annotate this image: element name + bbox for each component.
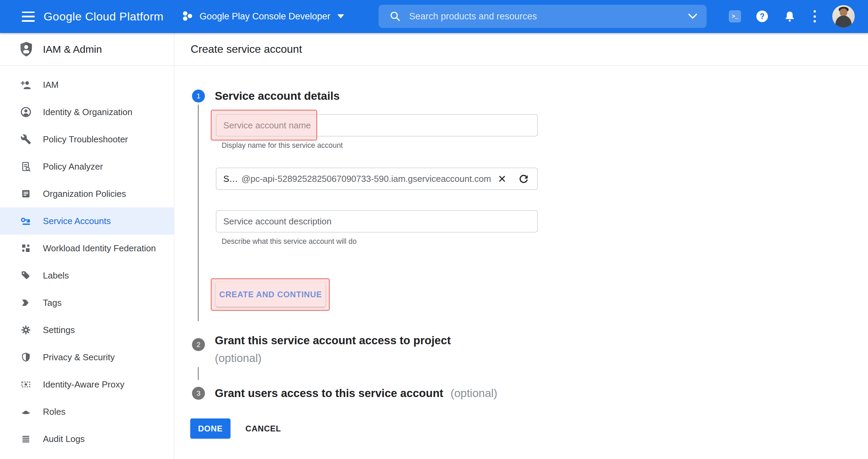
sidebar-item-label: Privacy & Security	[43, 352, 115, 363]
project-caret-icon	[337, 14, 344, 20]
step-1-title: Service account details	[215, 87, 340, 105]
service-account-id-suffix: @pc-api-5289252825067090733-590.iam.gser…	[241, 174, 491, 184]
logo-text: Google Cloud Platform	[44, 10, 163, 23]
sidebar-item-organization-policies[interactable]: Organization Policies	[0, 180, 174, 207]
step-2-title-text: Grant this service account access to pro…	[215, 332, 451, 349]
step-1-badge: 1	[192, 90, 205, 102]
menu-icon[interactable]	[22, 12, 35, 22]
sidebar-item-label: IAM	[43, 80, 59, 90]
sidebar-item-label: Settings	[43, 325, 75, 335]
step-3-title-text: Grant users access to this service accou…	[215, 387, 443, 399]
step-3-optional-text: (optional)	[450, 387, 497, 399]
service-account-description-input[interactable]	[216, 210, 538, 233]
sidebar-item-label: Tags	[43, 298, 62, 308]
step-3-badge: 3	[192, 387, 205, 400]
chevron-down-icon[interactable]	[688, 13, 698, 19]
sidebar-item-label: Workload Identity Federation	[43, 243, 156, 254]
sidebar-item-label: Audit Logs	[43, 434, 85, 444]
page-header: Create service account	[174, 33, 868, 66]
sidebar-item-label: Identity-Aware Proxy	[43, 379, 124, 390]
sidebar-title: IAM & Admin	[43, 44, 102, 55]
step-2-title: Grant this service account access to pro…	[215, 332, 451, 367]
sidebar-item-label: Labels	[43, 270, 69, 281]
sidebar-item-labels[interactable]: Labels	[0, 262, 174, 289]
shield-half-icon	[20, 351, 32, 363]
sidebar-item-policy-troubleshooter[interactable]: Policy Troubleshooter	[0, 126, 174, 153]
stepper-line	[198, 367, 199, 380]
notifications-bell-icon[interactable]	[784, 11, 795, 24]
overflow-menu-icon[interactable]	[814, 10, 816, 22]
list-lines-icon	[20, 433, 32, 445]
label-tag-icon	[20, 269, 32, 282]
wrench-icon	[20, 133, 32, 145]
project-name: Google Play Console Developer	[199, 11, 330, 22]
create-and-continue-button[interactable]: CREATE AND CONTINUE	[216, 282, 325, 307]
service-account-id-input[interactable]: S… @pc-api-5289252825067090733-590.iam.g…	[216, 168, 538, 190]
iam-shield-icon	[19, 41, 33, 58]
person-add-icon	[20, 79, 32, 91]
sidebar-item-audit-logs[interactable]: Audit Logs	[0, 425, 174, 453]
description-helper-text: Describe what this service account will …	[222, 237, 357, 246]
done-button[interactable]: DONE	[190, 418, 230, 439]
search-icon	[389, 11, 401, 22]
sidebar-nav: IAM Identity & Organization	[0, 66, 174, 453]
name-helper-text: Display name for this service account	[222, 141, 343, 150]
sidebar-item-label: Policy Troubleshooter	[43, 134, 128, 145]
sidebar: IAM & Admin IAM	[0, 33, 174, 459]
sidebar-item-settings[interactable]: Settings	[0, 316, 174, 344]
document-search-icon	[20, 160, 32, 173]
sidebar-item-iam[interactable]: IAM	[0, 71, 174, 98]
sidebar-item-privacy-security[interactable]: Privacy & Security	[0, 344, 174, 371]
main-area: Create service account 1 Service account…	[174, 33, 868, 459]
search-bar[interactable]	[379, 5, 707, 28]
gear-icon	[20, 324, 32, 336]
project-selector[interactable]: Google Play Console Developer	[181, 10, 344, 24]
avatar[interactable]	[832, 5, 855, 28]
page-title: Create service account	[191, 43, 302, 56]
article-icon	[20, 188, 32, 200]
sidebar-item-label: Organization Policies	[43, 189, 126, 199]
sidebar-item-label: Service Accounts	[43, 216, 111, 226]
search-input[interactable]	[409, 11, 688, 22]
project-hexagons-icon	[181, 10, 194, 24]
sidebar-item-label: Identity & Organization	[43, 107, 132, 117]
stepper-line	[198, 105, 199, 321]
sidebar-item-roles[interactable]: Roles	[0, 398, 174, 425]
sidebar-item-service-accounts[interactable]: Service Accounts	[0, 207, 174, 235]
clear-icon[interactable]	[497, 174, 507, 184]
create-service-account-form: 1 Service account details Display name f…	[174, 66, 868, 459]
service-account-id-value: S…	[223, 174, 238, 184]
sidebar-item-identity-aware-proxy[interactable]: Identity-Aware Proxy	[0, 371, 174, 398]
sidebar-item-identity-organization[interactable]: Identity & Organization	[0, 98, 174, 126]
cancel-button[interactable]: CANCEL	[245, 418, 281, 439]
workload-grid-icon	[20, 242, 32, 254]
tag-arrow-icon	[20, 297, 32, 309]
account-circle-icon	[20, 106, 32, 118]
sidebar-item-label: Policy Analyzer	[43, 161, 103, 172]
sidebar-item-workload-identity-federation[interactable]: Workload Identity Federation	[0, 235, 174, 262]
sidebar-item-policy-analyzer[interactable]: Policy Analyzer	[0, 153, 174, 180]
sidebar-header: IAM & Admin	[0, 33, 174, 66]
help-icon[interactable]: ?	[756, 11, 768, 22]
service-account-name-input[interactable]	[216, 114, 538, 137]
proxy-frame-icon	[20, 378, 32, 391]
sidebar-item-label: Roles	[43, 407, 65, 417]
refresh-icon[interactable]	[518, 174, 529, 184]
step-2-optional-text: (optional)	[215, 349, 451, 367]
step-3-title: Grant users access to this service accou…	[215, 384, 497, 402]
sidebar-item-tags[interactable]: Tags	[0, 289, 174, 316]
cloud-shell-icon[interactable]: >_	[729, 10, 741, 22]
key-icon	[20, 215, 32, 227]
step-2-badge: 2	[192, 338, 205, 351]
hat-icon	[20, 406, 32, 418]
app-header: Google Cloud Platform Google Play Consol…	[0, 0, 868, 33]
